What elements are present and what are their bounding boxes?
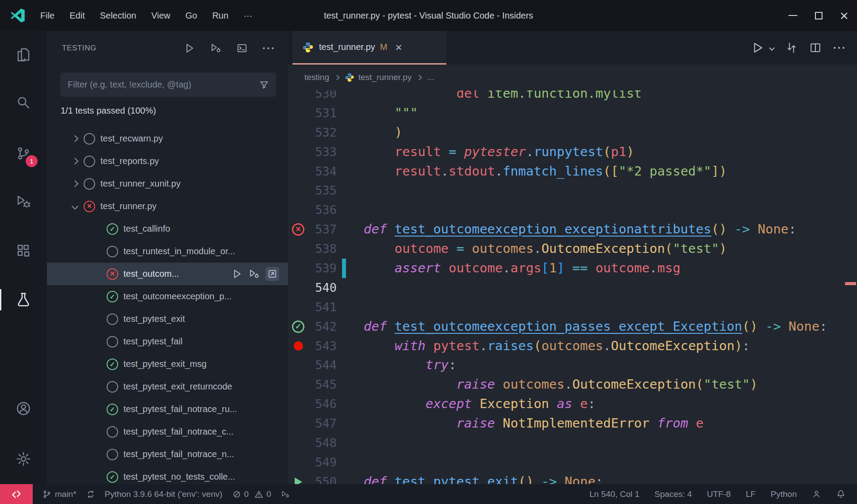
tab-test-runner[interactable]: test_runner.py M × [292, 31, 446, 65]
filter-icon[interactable] [259, 80, 269, 90]
menu-selection[interactable]: Selection [92, 0, 144, 31]
explorer-icon[interactable] [0, 41, 47, 69]
show-output-icon[interactable] [236, 42, 248, 54]
code-line[interactable]: 538 outcome = outcomes.OutcomeException(… [288, 239, 857, 259]
code-line[interactable]: 549 [288, 453, 857, 472]
test-failed-gutter-icon[interactable]: × [292, 223, 304, 236]
menu-file[interactable]: File [33, 0, 62, 31]
test-state-pass-icon [107, 471, 118, 483]
test-tree: test_recwarn.py test_reports.py test_run… [47, 127, 288, 484]
menu-view[interactable]: View [144, 0, 178, 31]
split-editor-icon[interactable] [809, 42, 822, 54]
run-test-gutter-icon[interactable] [295, 477, 302, 484]
breadcrumb-more[interactable]: ... [427, 73, 434, 82]
tree-item[interactable]: test_pytest_fail_notrace_ru... [47, 398, 288, 420]
test-filter-input[interactable] [60, 80, 259, 90]
code-line[interactable]: ×537def test_outcomeexception_exceptiona… [288, 220, 857, 239]
code-line[interactable]: 535 [288, 181, 857, 200]
code-line[interactable]: 550def test_pytest_exit() -> None: [288, 472, 857, 484]
code-line[interactable]: 545 raise outcomes.OutcomeException("tes… [288, 375, 857, 394]
feedback-icon[interactable] [812, 489, 821, 499]
menu-edit[interactable]: Edit [62, 0, 92, 31]
tree-item[interactable]: test_callinfo [47, 218, 288, 240]
code-line[interactable]: 534 result.stdout.fnmatch_lines(["*2 pas… [288, 162, 857, 181]
tree-item[interactable]: test_runner.py [47, 195, 288, 218]
tree-item[interactable]: test_recwarn.py [47, 127, 288, 150]
code-line[interactable]: 536 [288, 200, 857, 220]
tree-item[interactable]: test_pytest_exit_msg [47, 353, 288, 375]
chevron-right-icon[interactable] [72, 135, 79, 142]
maximize-icon [815, 12, 822, 19]
code-line[interactable]: 548 [288, 433, 857, 453]
notifications-bell-icon[interactable] [836, 489, 845, 499]
maximize-button[interactable] [806, 0, 831, 31]
tree-item[interactable]: test_pytest_no_tests_colle... [47, 466, 288, 484]
indentation-status[interactable]: Spaces: 4 [654, 489, 692, 499]
settings-gear-icon[interactable] [0, 445, 47, 473]
code-line[interactable]: 531 """ [288, 103, 857, 123]
tree-item[interactable]: test_pytest_fail_notrace_n... [47, 443, 288, 466]
tree-item-selected[interactable]: test_outcom... [47, 263, 288, 285]
code-line[interactable]: 543 with pytest.raises(outcomes.OutcomeE… [288, 336, 857, 356]
menu-more[interactable]: ··· [236, 0, 260, 31]
code-line[interactable]: 539 assert outcome.args[1] == outcome.ms… [288, 259, 857, 278]
encoding-status[interactable]: UTF-8 [707, 489, 731, 499]
code-line[interactable]: 540 [288, 278, 857, 298]
tree-item[interactable]: test_pytest_exit [47, 308, 288, 330]
go-to-test-icon[interactable] [265, 267, 279, 281]
breadcrumb-folder[interactable]: testing [304, 73, 329, 82]
run-all-tests-icon[interactable] [184, 42, 196, 54]
remote-indicator[interactable] [0, 484, 33, 504]
tree-item[interactable]: test_runtest_in_module_or... [47, 240, 288, 263]
more-actions-icon[interactable]: ··· [262, 46, 276, 51]
tree-item[interactable]: test_reports.py [47, 150, 288, 172]
debug-status-icon[interactable] [281, 490, 290, 499]
chevron-right-icon[interactable] [72, 158, 79, 165]
source-control-icon[interactable]: 1 [0, 139, 47, 168]
debug-all-tests-icon[interactable] [210, 42, 222, 54]
code-line[interactable]: 544 try: [288, 355, 857, 375]
code-line[interactable]: ✓542def test_outcomeexception_passes_exc… [288, 317, 857, 336]
sync-icon[interactable] [86, 490, 95, 499]
run-python-file-icon[interactable] [751, 41, 765, 54]
run-dropdown-chevron-icon[interactable] [769, 45, 775, 51]
menu-run[interactable]: Run [205, 0, 236, 31]
tree-item[interactable]: test_runner_xunit.py [47, 172, 288, 195]
search-icon[interactable] [0, 88, 47, 117]
run-debug-icon[interactable] [0, 187, 47, 216]
problems-status[interactable]: 0 0 [232, 489, 271, 499]
menu-go[interactable]: Go [178, 0, 205, 31]
minimize-button[interactable] [780, 0, 806, 31]
language-mode[interactable]: Python [771, 489, 797, 499]
chevron-down-icon[interactable] [72, 203, 79, 210]
cursor-position[interactable]: Ln 540, Col 1 [589, 489, 639, 499]
test-summary: 1/1 tests passed (100%) [61, 106, 156, 116]
code-line[interactable]: 541 [288, 298, 857, 317]
git-gutter [342, 239, 346, 259]
close-button[interactable]: × [831, 0, 857, 31]
code-area[interactable]: 530 del item.function.mylist531 """532 )… [288, 84, 857, 484]
debug-test-icon[interactable] [249, 268, 260, 279]
tree-item[interactable]: test_pytest_exit_returncode [47, 375, 288, 398]
branch-status[interactable]: main* [42, 489, 77, 499]
python-interpreter-status[interactable]: Python 3.9.6 64-bit ('env': venv) [105, 489, 223, 499]
code-line[interactable]: 547 raise NotImplementedError from e [288, 414, 857, 433]
extensions-icon[interactable] [0, 237, 47, 265]
breadcrumb-file[interactable]: test_runner.py [358, 73, 411, 82]
editor-more-actions-icon[interactable]: ··· [833, 45, 846, 50]
chevron-right-icon[interactable] [72, 180, 79, 187]
code-line[interactable]: 546 except Exception as e: [288, 394, 857, 414]
test-passed-gutter-icon[interactable]: ✓ [292, 321, 304, 333]
testing-icon[interactable] [0, 286, 47, 314]
breakpoint-icon[interactable] [294, 341, 303, 351]
eol-status[interactable]: LF [746, 489, 756, 499]
run-test-icon[interactable] [232, 268, 243, 279]
tree-item[interactable]: test_pytest_fail_notrace_c... [47, 420, 288, 443]
tree-item[interactable]: test_pytest_fail [47, 330, 288, 353]
tab-close-icon[interactable]: × [395, 42, 402, 53]
open-changes-icon[interactable] [785, 42, 798, 54]
account-icon[interactable] [0, 394, 47, 423]
code-line[interactable]: 533 result = pytester.runpytest(p1) [288, 142, 857, 162]
code-line[interactable]: 532 ) [288, 123, 857, 142]
tree-item[interactable]: test_outcomeexception_p... [47, 285, 288, 308]
